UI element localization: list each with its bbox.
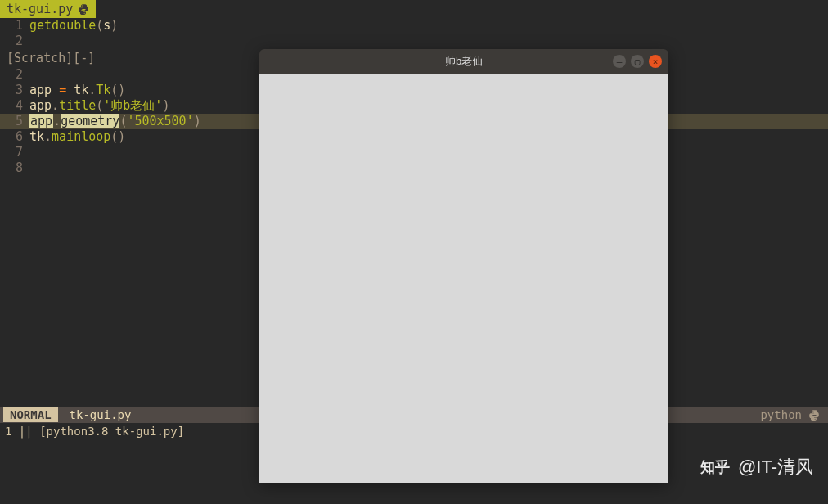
watermark-handle: @IT-清风 xyxy=(738,455,813,479)
tab-filename: tk-gui.py xyxy=(7,2,73,16)
python-icon xyxy=(808,409,820,421)
code-line[interactable]: 2 xyxy=(0,34,828,49)
minimize-button[interactable]: – xyxy=(613,55,626,68)
line-number: 2 xyxy=(0,67,29,83)
code-content[interactable]: getdouble(s) xyxy=(29,18,118,34)
mode-indicator: NORMAL xyxy=(3,407,58,422)
tk-titlebar[interactable]: 帅b老仙 – ▢ × xyxy=(259,49,668,74)
code-content[interactable]: app = tk.Tk() xyxy=(29,83,125,98)
window-controls: – ▢ × xyxy=(613,55,662,68)
line-number: 7 xyxy=(0,145,29,160)
line-number: 4 xyxy=(0,98,29,114)
line-number: 8 xyxy=(0,160,29,176)
zhihu-icon: 知乎 xyxy=(700,457,730,477)
line-number: 6 xyxy=(0,129,29,145)
maximize-button[interactable]: ▢ xyxy=(631,55,644,68)
file-tab[interactable]: tk-gui.py xyxy=(0,0,96,18)
status-filename: tk-gui.py xyxy=(58,408,132,421)
code-line[interactable]: 1getdouble(s) xyxy=(0,18,828,34)
line-number: 5 xyxy=(0,114,29,129)
tk-window-body[interactable] xyxy=(259,74,668,483)
close-button[interactable]: × xyxy=(649,55,662,68)
tab-bar: tk-gui.py xyxy=(0,0,828,18)
code-content[interactable]: tk.mainloop() xyxy=(29,129,125,145)
tk-app-window[interactable]: 帅b老仙 – ▢ × xyxy=(259,49,668,483)
line-number: 2 xyxy=(0,34,29,49)
python-icon xyxy=(78,3,89,15)
code-content[interactable]: app.title('帅b老仙') xyxy=(29,98,169,114)
line-number: 1 xyxy=(0,18,29,34)
code-buffer-1[interactable]: 1getdouble(s)2 xyxy=(0,18,828,49)
status-language: python xyxy=(760,408,802,421)
tk-window-title: 帅b老仙 xyxy=(259,54,668,69)
watermark: 知乎 @IT-清风 xyxy=(700,455,813,479)
code-content[interactable]: app.geometry('500x500') xyxy=(29,114,201,129)
line-number: 3 xyxy=(0,83,29,98)
